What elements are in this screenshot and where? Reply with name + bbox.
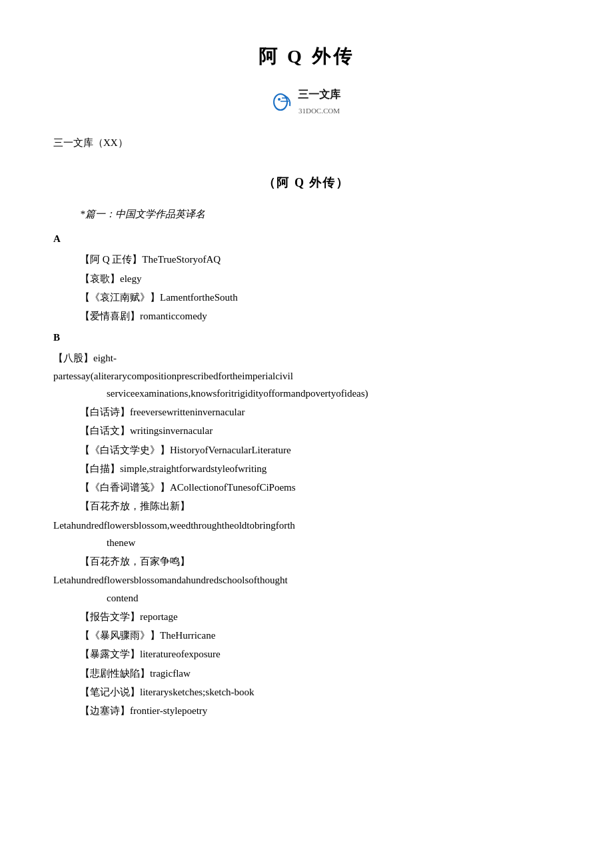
letter-b: B — [53, 329, 560, 347]
logo-icon — [273, 93, 294, 111]
logo-sub-text: 31DOC.COM — [298, 105, 340, 118]
letter-a: A — [53, 230, 560, 248]
logo-area: 三一文库 31DOC.COM — [53, 85, 560, 118]
list-item: 【白话文】writingsinvernacular — [80, 422, 560, 439]
list-item: 【报告文学】reportage — [80, 608, 560, 625]
list-item: 【阿 Q 正传】TheTrueStoryofAQ — [80, 251, 560, 268]
logo-main-text: 三一文库 — [298, 89, 340, 100]
list-item: Letahundredflowersblossom,weedthroughthe… — [53, 517, 560, 552]
list-item: 【《白话文学史》】HistoryofVernacularLiterature — [80, 441, 560, 459]
list-item: 【《暴风骤雨》】TheHurricane — [80, 627, 560, 644]
list-item: 【悲剧性缺陷】tragicflaw — [80, 665, 560, 682]
list-item: 【百花齐放，百家争鸣】 — [80, 553, 560, 570]
list-item: 【白话诗】freeversewritteninvernacular — [80, 403, 560, 421]
chapter-heading: *篇一：中国文学作品英译名 — [80, 205, 560, 223]
list-item: 【爱情喜剧】romanticcomedy — [80, 307, 560, 325]
list-item: 【《哀江南赋》】LamentfortheSouth — [80, 289, 560, 306]
section-a: A 【阿 Q 正传】TheTrueStoryofAQ 【哀歌】elegy 【《哀… — [53, 230, 560, 325]
list-item: 【白描】simple,straightforwardstyleofwriting — [80, 460, 560, 477]
list-item: 【哀歌】elegy — [80, 270, 560, 287]
logo-svg — [273, 93, 294, 111]
list-item: Letahundredflowersblossomandahundredscho… — [53, 571, 560, 607]
list-item: 【《白香词谱笺》】ACollectionofTunesofCiPoems — [80, 479, 560, 496]
list-item: 【暴露文学】literatureofexposure — [80, 645, 560, 663]
list-item: 【边塞诗】frontier-stylepoetry — [80, 702, 560, 719]
logo-text-block: 三一文库 31DOC.COM — [298, 85, 340, 118]
section-b: B 【八股】eight-partessay(aliterarycompositi… — [53, 329, 560, 719]
list-item: 【笔记小说】literarysketches;sketch-book — [80, 683, 560, 701]
list-item: 【八股】eight-partessay(aliterarycomposition… — [53, 349, 560, 402]
source-line: 三一文库（XX） — [53, 134, 560, 152]
list-item: 【百花齐放，推陈出新】 — [80, 497, 560, 515]
svg-point-1 — [278, 98, 281, 101]
section-subtitle: （阿 Q 外传） — [53, 172, 560, 193]
page-title: 阿 Q 外传 — [53, 40, 560, 73]
